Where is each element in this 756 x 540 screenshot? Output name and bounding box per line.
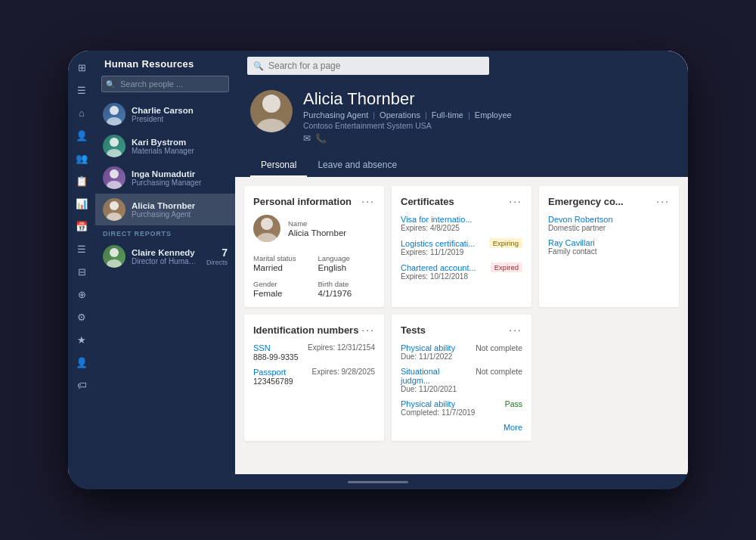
birth-date-field: Birth date 4/1/1976 (318, 275, 376, 298)
ec-item-0: Devon Robertson Domestic partner (548, 215, 670, 232)
svg-point-2 (110, 138, 119, 147)
id-expires-passport: Expires: 9/28/2025 (312, 368, 375, 377)
ec-name-1[interactable]: Ray Cavillari (548, 238, 670, 247)
svg-point-10 (262, 95, 280, 113)
ec-relation-0: Domestic partner (548, 224, 670, 232)
person-info-charlie-carson: Charlie Carson President (132, 106, 228, 123)
certificates-more[interactable]: ··· (509, 195, 522, 207)
global-search-container: 🔍 (247, 57, 489, 75)
pi-avatar (253, 215, 280, 242)
menu-icon[interactable]: ☰ (70, 79, 94, 101)
person-item-claire-kennedy[interactable]: Claire Kennedy Director of Human Resourc… (95, 241, 235, 272)
test-name-2[interactable]: Physical ability (401, 399, 475, 408)
main-content: 🔍 Alicia Thornber Purchasing Agent | (235, 51, 688, 474)
person-name: Inga Numadutir (132, 169, 228, 178)
svg-point-11 (256, 119, 287, 132)
tag-icon[interactable]: 🏷 (70, 374, 94, 396)
certificates-title: Certificates (401, 196, 454, 207)
profile-role: Purchasing Agent (303, 110, 368, 119)
svg-point-8 (110, 248, 119, 257)
id-link-passport[interactable]: Passport (253, 368, 286, 377)
clipboard-icon[interactable]: 📋 (70, 170, 94, 191)
test-name-0[interactable]: Physical ability (401, 343, 455, 352)
svg-point-4 (110, 169, 119, 178)
tests-more[interactable]: ··· (509, 324, 522, 336)
test-name-1[interactable]: Situational judgm... (401, 367, 469, 385)
person-info-alicia-thornber: Alicia Thornber Purchasing Agent (132, 201, 228, 219)
tab-personal[interactable]: Personal (250, 154, 307, 177)
personal-info-card: Personal information ··· Name Alicia Tho… (244, 186, 384, 307)
people-search-input[interactable] (101, 76, 229, 92)
tablet-bottom-bar (68, 474, 688, 489)
svg-point-13 (256, 233, 277, 242)
test-status-1: Not complete (476, 367, 522, 376)
list-icon[interactable]: ☰ (70, 238, 94, 259)
person-title: Purchasing Agent (132, 210, 228, 219)
id-link-ssn[interactable]: SSN (253, 343, 271, 352)
person-info-inga-numadutir: Inga Numadutir Purchasing Manager (132, 169, 228, 187)
phone-icon[interactable]: 📞 (315, 133, 327, 144)
cert-badge-expiring: Expiring (489, 238, 522, 248)
mail-icon[interactable]: ✉ (303, 133, 311, 144)
person-item-kari-bystrom[interactable]: Kari Bystrom Materials Manager (95, 130, 235, 162)
person-title: President (132, 115, 228, 123)
cert-date-0: Expires: 4/8/2025 (401, 224, 522, 232)
cert-date-1: Expires: 11/1/2019 (401, 248, 522, 256)
birth-date-value: 4/1/1976 (318, 289, 376, 298)
home-icon[interactable]: ⌂ (70, 102, 94, 123)
cert-badge-expired: Expired (491, 262, 522, 272)
ec-name-0[interactable]: Devon Robertson (548, 215, 670, 224)
grid2-icon[interactable]: ⊟ (70, 261, 94, 282)
test-status-0: Not complete (476, 343, 522, 352)
org-icon[interactable]: ⊕ (70, 284, 94, 305)
calendar-icon[interactable]: 📅 (70, 216, 94, 237)
ec-item-1: Ray Cavillari Family contact (548, 238, 670, 256)
id-item-0: SSN Expires: 12/31/2154 888-99-9335 (253, 343, 375, 362)
profile-details: Alicia Thornber Purchasing Agent | Opera… (303, 90, 673, 144)
icon-rail: ⊞ ☰ ⌂ 👤 👥 📋 📊 📅 ☰ ⊟ ⊕ ⚙ ★ 👤 🏷 (68, 51, 95, 474)
cert-link-1[interactable]: Logistics certificati... (401, 239, 475, 248)
person2-icon[interactable]: 👤 (70, 352, 94, 373)
personal-info-title: Personal information (253, 196, 352, 207)
people-icon[interactable]: 👥 (70, 147, 94, 169)
identification-card: Identification numbers ··· SSN Expires: … (244, 315, 384, 441)
emergency-contacts-card: Emergency co... ··· Devon Robertson Dome… (539, 186, 679, 307)
person-name: Alicia Thornber (132, 201, 228, 210)
chart-icon[interactable]: 📊 (70, 193, 94, 214)
person-icon[interactable]: 👤 (70, 125, 94, 146)
language-value: English (318, 263, 376, 272)
ec-more[interactable]: ··· (656, 195, 670, 207)
settings-icon[interactable]: ⚙ (70, 306, 94, 327)
person-item-alicia-thornber[interactable]: Alicia Thornber Purchasing Agent (95, 194, 235, 225)
svg-point-5 (107, 181, 122, 189)
test-status-2: Pass (505, 399, 522, 408)
id-more[interactable]: ··· (361, 324, 375, 336)
tests-title: Tests (401, 324, 426, 336)
person-item-inga-numadutir[interactable]: Inga Numadutir Purchasing Manager (95, 162, 235, 194)
profile-photo (250, 90, 293, 132)
tests-more-link[interactable]: More (401, 423, 522, 432)
people-search-container: 🔍 (101, 76, 229, 92)
id-card-header: Identification numbers ··· (253, 324, 375, 336)
star-icon[interactable]: ★ (70, 329, 94, 350)
ec-title: Emergency co... (548, 196, 624, 207)
cert-link-2[interactable]: Chartered account... (401, 263, 476, 272)
ec-card-header: Emergency co... ··· (548, 195, 670, 207)
gender-label: Gender (253, 280, 311, 288)
tab-leave-absence[interactable]: Leave and absence (307, 154, 407, 177)
global-search-input[interactable] (247, 57, 489, 75)
profile-contact-icons: ✉ 📞 (303, 133, 673, 144)
avatar-charlie-carson (103, 103, 125, 126)
id-item-1: Passport Expires: 9/28/2025 123456789 (253, 368, 375, 386)
cert-link-0[interactable]: Visa for internatio... (401, 215, 522, 224)
name-value: Alicia Thornber (288, 228, 375, 237)
id-number-ssn: 888-99-9335 (253, 352, 375, 362)
personal-info-more[interactable]: ··· (361, 195, 375, 207)
person-item-charlie-carson[interactable]: Charlie Carson President (95, 98, 235, 130)
personal-info-section: Name Alicia Thornber (253, 215, 375, 242)
grid-icon[interactable]: ⊞ (70, 57, 94, 78)
cert-item-1: Logistics certificati... Expiring Expire… (401, 238, 522, 256)
top-bar: 🔍 (235, 51, 688, 81)
profile-header: Alicia Thornber Purchasing Agent | Opera… (235, 81, 688, 177)
birth-date-label: Birth date (318, 280, 376, 288)
